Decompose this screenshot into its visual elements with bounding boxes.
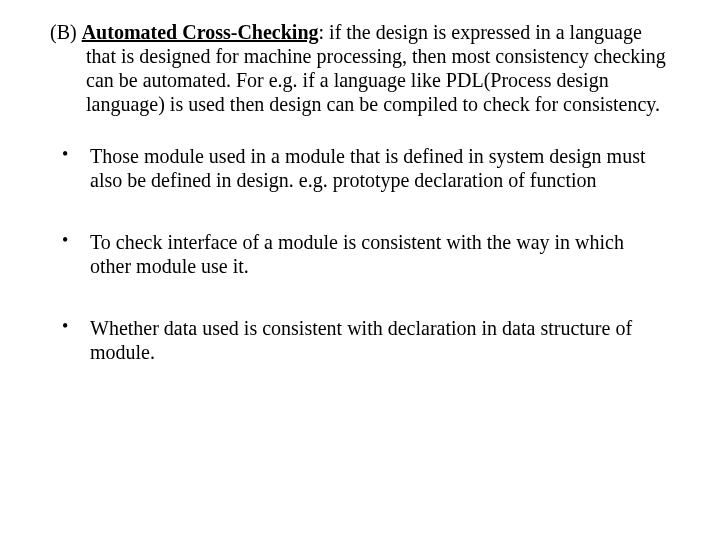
bullet-icon: • — [62, 316, 90, 364]
section-b-paragraph: (B) Automated Cross-Checking: if the des… — [50, 20, 670, 116]
bullet-icon: • — [62, 144, 90, 192]
bullet-text: Those module used in a module that is de… — [90, 144, 670, 192]
bullet-text: Whether data used is consistent with dec… — [90, 316, 670, 364]
list-item: • Those module used in a module that is … — [50, 144, 670, 192]
section-heading: Automated Cross-Checking — [82, 21, 319, 43]
bullet-text: To check interface of a module is consis… — [90, 230, 670, 278]
bullet-icon: • — [62, 230, 90, 278]
list-item: • Whether data used is consistent with d… — [50, 316, 670, 364]
section-label: (B) — [50, 21, 82, 43]
list-item: • To check interface of a module is cons… — [50, 230, 670, 278]
